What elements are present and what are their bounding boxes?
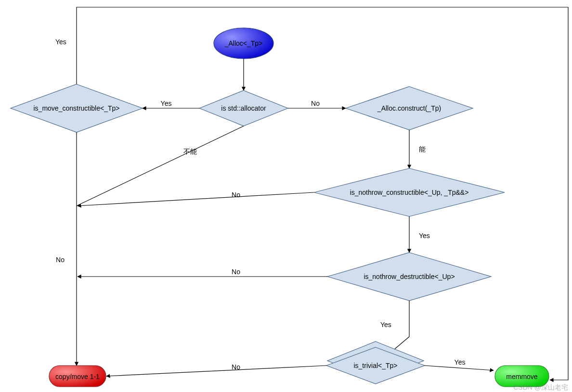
edge-label-isstd-yes: Yes bbox=[161, 100, 172, 107]
edge-label-nothrow-ctor-no: No bbox=[232, 191, 240, 199]
node-alloc-construct-label: _Alloc.construct(_Tp) bbox=[377, 104, 441, 112]
node-nothrow-ctor-label: is_nothrow_constructible<_Up, _Tp&&> bbox=[350, 189, 469, 196]
node-is-trivial-label: is_trivial<_Tp> bbox=[353, 362, 397, 369]
watermark: CSDN @深山老宅 bbox=[513, 383, 568, 391]
edge-label-is-trivial-no: No bbox=[232, 363, 240, 371]
edge-label-isstd-no: No bbox=[311, 100, 320, 107]
node-copymove-label: copy/move 1-1 bbox=[55, 373, 100, 380]
node-memmove-label: memmove bbox=[506, 373, 538, 380]
edge-alloc-cannot bbox=[77, 126, 244, 206]
edge-is-trivial-no bbox=[106, 366, 326, 376]
edge-label-is-trivial-yes: Yes bbox=[455, 358, 466, 366]
edge-label-alloc-cannot: 不能 bbox=[183, 148, 197, 155]
node-nothrow-constructible: is_nothrow_constructible<_Up, _Tp&&> bbox=[314, 168, 505, 216]
node-is-move-label: is_move_constructible<_Tp> bbox=[34, 104, 120, 112]
node-nothrow-dtor-label: is_nothrow_destructible<_Up> bbox=[364, 273, 455, 280]
node-is-trivial-2: is_trivial<_Tp> bbox=[326, 347, 425, 384]
edge-nothrow-ctor-no bbox=[78, 192, 314, 206]
edge-label-is-move-no: No bbox=[56, 256, 65, 264]
edge-is-trivial-yes bbox=[425, 366, 494, 370]
node-nothrow-destructible: is_nothrow_destructible<_Up> bbox=[327, 253, 491, 301]
edge-label-alloc-can: 能 bbox=[419, 145, 426, 153]
node-is-move-constructible: is_move_constructible<_Tp> bbox=[11, 84, 143, 132]
flowchart: Yes _Alloc<_Tp> is std::allocator Yes is… bbox=[0, 0, 572, 392]
edge-label-is-move-yes: Yes bbox=[55, 38, 66, 46]
edge-label-nothrow-dtor-yes: Yes bbox=[380, 321, 391, 329]
node-copymove: copy/move 1-1 bbox=[49, 366, 106, 387]
edge-label-nothrow-ctor-yes: Yes bbox=[419, 232, 430, 240]
node-is-std-label: is std::allocator bbox=[221, 104, 266, 112]
node-start-label: _Alloc<_Tp> bbox=[224, 39, 263, 47]
node-is-std-allocator: is std::allocator bbox=[199, 90, 288, 126]
node-alloc-construct: _Alloc.construct(_Tp) bbox=[346, 87, 473, 130]
edge-label-nothrow-dtor-no: No bbox=[232, 268, 240, 276]
